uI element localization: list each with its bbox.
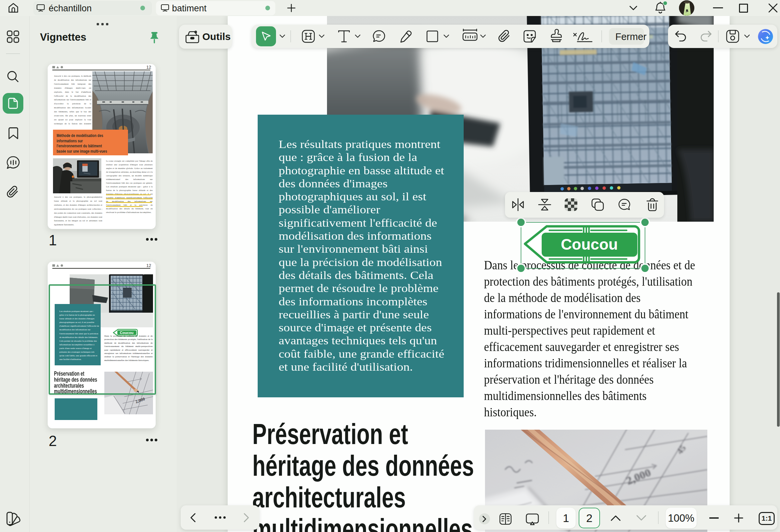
svg-text:Coucou: Coucou (560, 236, 618, 253)
